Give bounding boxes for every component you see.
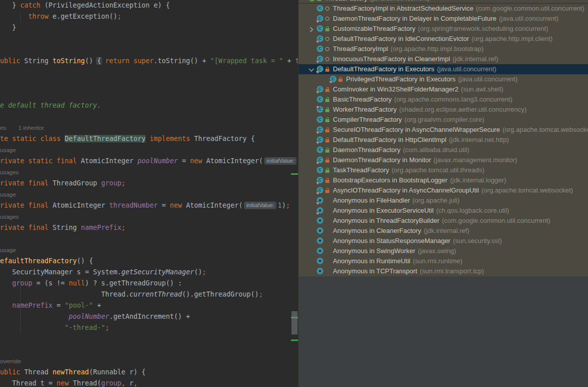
implementation-item[interactable]: CSecureIOThreadFactory in AsyncChannelWr… xyxy=(299,125,588,135)
code-vision-lens[interactable]: usages xyxy=(0,167,298,178)
chevron-collapsed-icon[interactable] xyxy=(308,26,315,32)
implementation-item[interactable]: CThreadFactoryImpl in AbstractScheduledS… xyxy=(299,4,588,14)
anonymous-class-icon xyxy=(317,237,323,244)
code-area: } catch (PrivilegedActionException e) { … xyxy=(0,0,298,387)
package-name: (shaded.org.eclipse.aether.util.concurre… xyxy=(399,106,526,113)
item-label: DaemonThreadFactory in Monitor(javax.man… xyxy=(333,155,517,165)
class-name: Anonymous in StatusResponseManager xyxy=(333,237,451,245)
package-name: (sun.awt.shell) xyxy=(461,85,504,93)
code-vision-lens[interactable]: usage xyxy=(0,245,298,256)
package-name: (jdk.internal.ref) xyxy=(453,55,498,63)
code-line: "-thread-"; xyxy=(0,322,298,333)
code-line xyxy=(0,89,298,100)
implementation-item[interactable]: CDaemonThreadFactory in Monitor(javax.ma… xyxy=(299,155,588,165)
code-line: poolNumber.getAndIncrement() + xyxy=(0,311,298,322)
implementation-item[interactable]: Anonymous in ThreadFactoryBuilder(com.go… xyxy=(299,216,588,226)
package-name: (com.google.common.util.concurrent) xyxy=(476,5,584,12)
package-lock-badge-icon xyxy=(325,107,329,113)
class-icon: C xyxy=(317,45,323,52)
implementation-item[interactable]: CInnocuousThreadFactory in CleanerImpl(j… xyxy=(299,54,588,64)
private-lock-badge-icon xyxy=(325,188,329,194)
package-lock-badge-icon xyxy=(317,0,321,2)
item-label: Anonymous in SwingWorker(javax.swing) xyxy=(333,246,456,256)
item-label: PrivilegedThreadFactory in Executors(jav… xyxy=(346,74,518,84)
item-label: DefaultThreadFactory in HttpClientImpl(j… xyxy=(333,135,509,145)
implementation-item[interactable]: CWorkerThreadFactory(shaded.org.eclipse.… xyxy=(299,105,588,115)
package-lock-badge-icon xyxy=(325,26,329,32)
code-vision-lens[interactable]: usages xyxy=(0,211,298,222)
implementation-item[interactable]: CCompilerThreadFactory(org.graalvm.compi… xyxy=(299,115,588,125)
implementation-item[interactable]: CTaskThreadFactory(org.apache.tomcat.uti… xyxy=(299,165,588,175)
implementation-item[interactable]: Anonymous in ExecutorServiceUtil(ch.qos.… xyxy=(299,206,588,216)
class-name: TaskThreadFactory xyxy=(333,166,389,174)
item-label: TaskThreadFactory(org.apache.tomcat.util… xyxy=(333,165,484,175)
package-name: (java.util.concurrent) xyxy=(437,65,497,73)
package-name: (javax.swing) xyxy=(418,247,456,255)
package-name: (org.apache.tomcat.util.threads) xyxy=(391,166,484,174)
package-name: (sun.rmi.runtime) xyxy=(413,257,462,265)
implementation-item[interactable]: CDaemonThreadFactory in Delayer in Compl… xyxy=(299,14,588,24)
code-vision-lens[interactable]: override xyxy=(0,356,298,367)
implementation-item[interactable]: CDefaultThreadFactory in HttpClientImpl(… xyxy=(299,135,588,145)
item-label: BootstrapExecutors in BootstrapLogger(jd… xyxy=(333,175,506,185)
code-line xyxy=(0,233,298,245)
implementation-item[interactable]: Anonymous in TCPTransport(sun.rmi.transp… xyxy=(299,266,588,276)
implementation-item[interactable]: Anonymous in StatusResponseManager(sun.s… xyxy=(299,236,588,246)
package-name: (org.springframework.scheduling.concurre… xyxy=(418,25,548,32)
code-line: e default thread factory. xyxy=(0,100,298,111)
package-name: (org.apache.http.impl.bootstrap) xyxy=(390,45,483,53)
implementation-item[interactable]: CThreadFactoryImpl(org.apache.http.impl.… xyxy=(299,44,588,54)
anonymous-class-icon xyxy=(317,258,323,264)
code-line xyxy=(0,111,298,122)
code-line: } catch (PrivilegedActionException e) { xyxy=(0,0,298,11)
implementation-item[interactable]: CPrivilegedThreadFactory in Executors(ja… xyxy=(299,74,588,84)
implementation-item[interactable]: Anonymous in CleanerFactory(jdk.internal… xyxy=(299,226,588,236)
inner-class-icon: C xyxy=(317,157,323,163)
item-label: ThreadFactoryImpl in AbstractScheduledSe… xyxy=(333,4,584,14)
package-name: (org.apache.juli) xyxy=(412,197,459,204)
private-lock-badge-icon xyxy=(338,77,342,82)
implementation-item[interactable]: CAsyncIOThreadFactory in AsyncChannelGro… xyxy=(299,185,588,196)
code-line xyxy=(0,67,298,78)
code-line xyxy=(0,44,298,56)
implementation-item[interactable]: CDefaultThreadFactory in Executors(java.… xyxy=(299,64,588,74)
implementation-item[interactable]: Anonymous in RuntimeUtil(sun.rmi.runtime… xyxy=(299,256,588,266)
implementation-item[interactable]: CDaemonThreadFactory(com.alibaba.druid.u… xyxy=(299,145,588,155)
package-name: (ch.qos.logback.core.util) xyxy=(436,207,509,214)
implementation-item[interactable]: Anonymous in FileHandler(org.apache.juli… xyxy=(299,196,588,206)
item-label: DaemonThreadFactory in Delayer in Comple… xyxy=(333,14,559,24)
editor-scrollbar[interactable] xyxy=(291,0,298,387)
public-visibility-badge-icon xyxy=(325,17,329,21)
chevron-expanded-icon[interactable] xyxy=(308,66,315,73)
private-lock-badge-icon xyxy=(325,178,329,183)
indent-guide xyxy=(20,279,21,333)
code-editor[interactable]: } catch (PrivilegedActionException e) { … xyxy=(0,0,298,387)
class-name: Anonymous in TCPTransport xyxy=(333,267,417,275)
code-vision-lens[interactable]: es1 inheritor xyxy=(0,122,298,133)
implementation-item[interactable]: CBootstrapExecutors in BootstrapLogger(j… xyxy=(299,175,588,185)
inner-class-icon: C xyxy=(317,136,323,143)
implementation-item[interactable]: Anonymous in SwingWorker(javax.swing) xyxy=(299,246,588,256)
anonymous-class-icon xyxy=(317,248,323,254)
implementation-item[interactable]: CBasicThreadFactory(org.apache.commons.l… xyxy=(299,94,588,105)
code-vision-lens[interactable]: usage xyxy=(0,189,298,200)
scrollbar-thumb[interactable] xyxy=(291,311,298,334)
class-name: CompilerThreadFactory xyxy=(333,116,402,123)
implementation-item[interactable]: CComInvoker in Win32ShellFolderManager2(… xyxy=(299,84,588,94)
private-lock-badge-icon xyxy=(325,158,329,163)
implementation-item[interactable]: CCustomizableThreadFactory(org.springfra… xyxy=(299,24,588,34)
class-name: BasicThreadFactory xyxy=(333,95,391,103)
class-name: ComInvoker in Win32ShellFolderManager2 xyxy=(333,85,459,93)
code-line: efaultThreadFactory() { xyxy=(0,256,298,267)
ide-window: } catch (PrivilegedActionException e) { … xyxy=(0,0,588,387)
class-name: Anonymous in RuntimeUtil xyxy=(333,257,410,265)
package-name: (jdk.internal.logger) xyxy=(450,176,506,184)
item-label: CustomizableThreadFactory(org.springfram… xyxy=(333,24,548,34)
implementation-item[interactable]: CDefaultThreadFactory in IdleConnectionE… xyxy=(299,34,588,44)
implementation-item[interactable]: IThreadFactory(java.util.concurrent) xyxy=(299,0,588,4)
anonymous-class-icon xyxy=(317,227,323,234)
code-line: namePrefix = "pool-" + xyxy=(0,300,298,311)
class-name: CustomizableThreadFactory xyxy=(333,25,415,32)
code-vision-lens[interactable]: usage xyxy=(0,144,298,156)
item-label: ComInvoker in Win32ShellFolderManager2(s… xyxy=(333,84,503,94)
